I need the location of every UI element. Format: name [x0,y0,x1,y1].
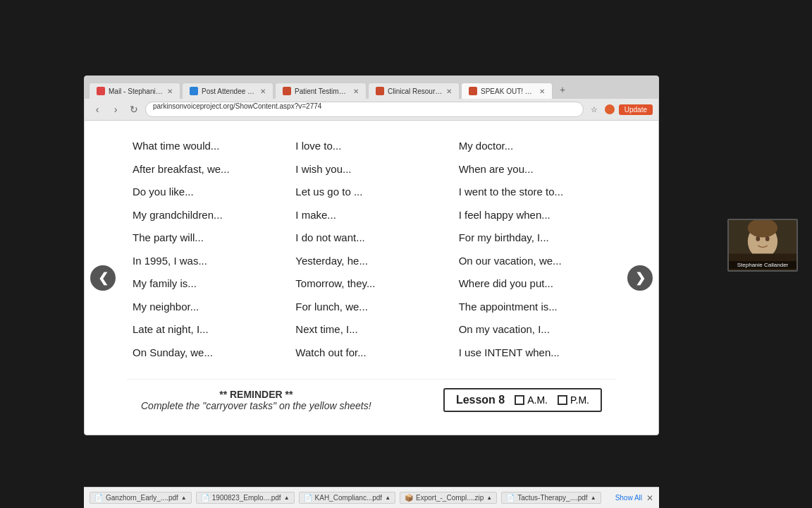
tab-speak-out-close[interactable]: ✕ [539,87,545,95]
svg-point-5 [756,236,760,241]
am-checkbox[interactable] [515,395,524,405]
phrase-grid: What time would... I love to... My docto… [127,135,616,372]
download-label-5: Tactus-Therapy_....pdf [517,494,588,502]
tab-clinical-resources[interactable]: Clinical Resources ✕ [368,83,460,99]
download-item-2[interactable]: 📄 1900823_Emplo....pdf ▲ [196,492,295,504]
download-chevron-3[interactable]: ▲ [385,495,390,501]
tab-post-attendee[interactable]: Post Attendee - Zoom ✕ [182,83,273,99]
download-icon-2: 📄 [201,494,209,502]
svg-point-6 [765,236,770,241]
next-page-button[interactable]: ❯ [627,265,653,291]
phrase-col1-row10: On Sunday, we... [127,341,290,365]
mail-tab-icon [97,87,105,95]
download-icon-4: 📦 [405,494,413,502]
phrase-col2-row3: Let us go to ... [290,181,453,204]
download-icon-1: 📄 [94,494,103,502]
phrase-col1-row2: After breakfast, we... [127,158,290,181]
address-bar-row: ‹ › ↻ parkinsonvoiceproject.org/ShowCont… [85,99,658,120]
download-icon-3: 📄 [304,494,312,502]
forward-button[interactable]: › [109,102,123,116]
page-content: ❮ ❯ What time would... I love to... My d… [85,121,658,435]
lesson-box: Lesson 8 A.M. P.M. [443,388,602,412]
svg-point-4 [748,219,777,237]
prev-page-button[interactable]: ❮ [90,265,116,291]
tab-post-attendee-label: Post Attendee - Zoom [202,87,257,95]
phrase-col3-row7: Where did you put... [453,272,616,296]
phrase-col3-row2: When are you... [453,158,616,181]
tab-speak-out-label: SPEAK OUT! Workbook - Engl... [481,87,536,95]
phrase-col2-row1: I love to... [290,135,453,158]
speak-out-tab-icon [469,87,477,95]
tab-mail-label: Mail - Stephanie Callander -... [109,87,164,95]
browser-window: Mail - Stephanie Callander -... ✕ Post A… [84,75,659,435]
phrase-col2-row8: For lunch, we... [290,296,453,319]
am-label: A.M. [527,394,548,406]
reminder-text: ** REMINDER ** Complete the "carryover t… [141,389,371,411]
update-button[interactable]: Update [619,104,653,115]
download-icon-5: 📄 [506,494,515,502]
phrase-col1-row9: Late at night, I... [127,318,290,341]
download-label-4: Export_-_Compl....zip [416,494,484,502]
tab-clinical-resources-close[interactable]: ✕ [446,87,452,95]
reminder-title: ** REMINDER ** [141,389,371,400]
post-attendee-tab-icon [190,87,198,95]
reminder-subtitle: Complete the "carryover tasks" on the ye… [141,400,371,411]
phrase-col1-row8: My neighbor... [127,296,290,319]
show-all-button[interactable]: Show All [615,494,642,502]
phrase-col2-row5: I do not want... [290,226,453,250]
download-chevron-2[interactable]: ▲ [284,495,290,501]
phrase-col3-row10: I use INTENT when... [453,341,616,365]
tab-mail[interactable]: Mail - Stephanie Callander -... ✕ [89,83,180,99]
browser-actions: ☆ Update [588,103,653,116]
phrase-col3-row8: The appointment is... [453,296,616,319]
bookmark-icon[interactable]: ☆ [588,103,601,116]
tab-mail-close[interactable]: ✕ [167,87,173,95]
pm-checkbox-group[interactable]: P.M. [558,394,589,406]
phrase-col1-row1: What time would... [127,135,290,158]
phrase-col3-row6: On our vacation, we... [453,250,616,273]
tab-post-attendee-close[interactable]: ✕ [260,87,266,95]
refresh-button[interactable]: ↻ [127,102,141,116]
content-area: What time would... I love to... My docto… [85,121,658,435]
am-checkbox-group[interactable]: A.M. [515,394,548,406]
phrase-col1-row3: Do you like... [127,181,290,204]
download-chevron-5[interactable]: ▲ [591,495,596,501]
profile-icon[interactable] [603,103,616,116]
pm-checkbox[interactable] [558,395,567,405]
download-label-1: Ganzhorn_Early_....pdf [106,494,178,502]
phrase-col2-row6: Yesterday, he... [290,250,453,273]
phrase-col3-row3: I went to the store to... [453,181,616,204]
phrase-col3-row9: On my vacation, I... [453,318,616,341]
tab-patient-testimonials-close[interactable]: ✕ [353,87,359,95]
download-label-3: KAH_Complianc...pdf [315,494,383,502]
phrase-col2-row10: Watch out for... [290,341,453,365]
download-item-3[interactable]: 📄 KAH_Complianc...pdf ▲ [299,492,396,504]
participant-box: Stephanie Callander [727,219,798,272]
participant-name: Stephanie Callander [729,261,796,269]
download-label-2: 1900823_Emplo....pdf [212,494,281,502]
back-button[interactable]: ‹ [90,102,104,116]
tab-patient-testimonials[interactable]: Patient Testimonials ✕ [275,83,367,99]
reminder-section: ** REMINDER ** Complete the "carryover t… [127,379,616,421]
browser-chrome: Mail - Stephanie Callander -... ✕ Post A… [85,76,658,121]
download-item-5[interactable]: 📄 Tactus-Therapy_....pdf ▲ [501,492,601,504]
phrase-col1-row7: My family is... [127,272,290,296]
phrase-col1-row6: In 1995, I was... [127,250,290,273]
tabs-bar: Mail - Stephanie Callander -... ✕ Post A… [85,76,658,99]
clinical-tab-icon [376,87,384,95]
tab-clinical-resources-label: Clinical Resources [388,87,443,95]
phrase-col1-row4: My grandchildren... [127,204,290,227]
phrase-col2-row2: I wish you... [290,158,453,181]
download-chevron-1[interactable]: ▲ [181,495,187,501]
download-item-1[interactable]: 📄 Ganzhorn_Early_....pdf ▲ [90,492,192,504]
address-field[interactable]: parkinsonvoiceproject.org/ShowContent.as… [145,102,584,117]
tab-speak-out[interactable]: SPEAK OUT! Workbook - Engl... ✕ [461,83,553,99]
new-tab-button[interactable]: + [554,80,571,99]
phrase-col3-row4: I feel happy when... [453,204,616,227]
phrase-col1-row5: The party will... [127,226,290,250]
close-download-bar-button[interactable]: ✕ [646,493,653,503]
pm-label: P.M. [570,394,589,406]
download-chevron-4[interactable]: ▲ [486,495,492,501]
phrase-col2-row9: Next time, I... [290,318,453,341]
download-item-4[interactable]: 📦 Export_-_Compl....zip ▲ [400,492,497,504]
